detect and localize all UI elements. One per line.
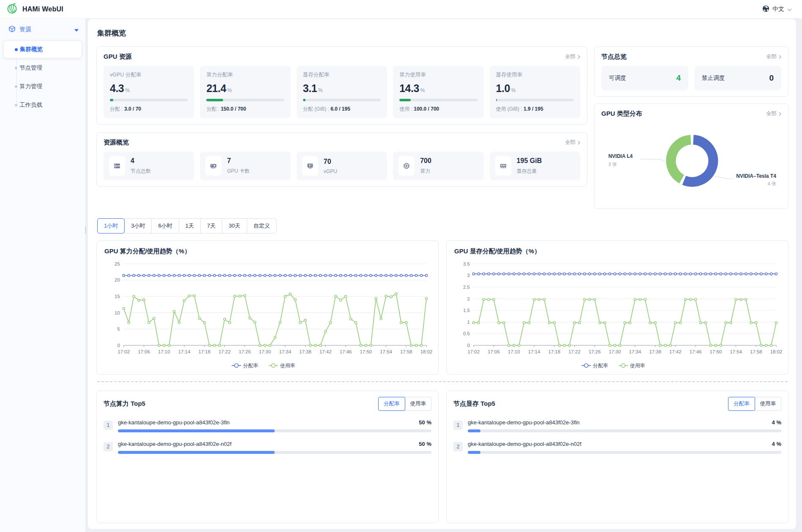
sidebar-item-link[interactable]: 节点管理	[3, 59, 82, 77]
svg-text:NVIDIA L4: NVIDIA L4	[608, 153, 633, 159]
overview-value: 4	[131, 157, 151, 165]
compute-trend-card: GPU 算力分配/使用趋势（%） 051015202517:0217:0617:…	[96, 240, 439, 375]
stat-label: 算力使用率	[399, 71, 477, 79]
stat-label: 显存分配率	[303, 71, 381, 79]
svg-text:17:50: 17:50	[360, 349, 372, 354]
svg-text:17:10: 17:10	[158, 349, 170, 354]
memory-icon	[495, 156, 511, 176]
svg-text:17:30: 17:30	[259, 349, 271, 354]
compute-top5-rows: 1gke-kantaloupe-demo-gpu-pool-a843f02e-3…	[104, 419, 431, 454]
stat-label: vGPU 分配率	[110, 71, 188, 79]
top5-row: 2gke-kantaloupe-demo-gpu-pool-a843f02e-n…	[104, 441, 431, 454]
resources-overview-title: 资源概览	[104, 138, 129, 147]
node-progress-track	[118, 429, 431, 432]
node-progress-track	[468, 429, 781, 432]
svg-text:使用率: 使用率	[280, 363, 295, 369]
svg-text:分配率: 分配率	[243, 363, 258, 369]
chevron-right-icon	[779, 112, 781, 116]
sidebar-section-resources[interactable]: 资源	[0, 19, 85, 40]
sidebar-item-label: 工作负载	[19, 101, 42, 109]
time-range-button[interactable]: 6小时	[151, 218, 179, 233]
svg-text:1.5: 1.5	[463, 308, 470, 313]
time-range-button[interactable]: 自定义	[247, 218, 277, 233]
svg-text:17:38: 17:38	[299, 349, 311, 354]
top5-toggle-button[interactable]: 分配率	[728, 397, 755, 411]
chevron-right-icon	[578, 141, 580, 145]
time-range-button[interactable]: 1天	[179, 218, 201, 233]
gpu-type-all-link[interactable]: 全部	[766, 110, 781, 117]
stat-detail: 使用 (GiB) : 1.9 / 195	[496, 106, 574, 113]
sidebar-item-active[interactable]: 集群概览	[3, 41, 82, 58]
rank-badge: 1	[104, 421, 113, 430]
stat-label: 算力分配率	[206, 71, 284, 79]
chevron-right-icon	[779, 55, 781, 59]
menu-dot-icon	[15, 104, 17, 106]
time-range-button[interactable]: 1小时	[97, 218, 125, 233]
top5-toggle-button[interactable]: 使用率	[755, 397, 782, 411]
nodes-overview-all-link[interactable]: 全部	[766, 53, 781, 60]
memory-top5-toggle: 分配率使用率	[728, 397, 781, 411]
svg-text:18:02: 18:02	[420, 349, 432, 354]
time-range-button[interactable]: 3小时	[124, 218, 152, 233]
stat-value: 14.3%	[399, 82, 477, 95]
svg-text:17:26: 17:26	[589, 349, 601, 354]
gpu-stat-card: 算力使用率14.3%使用 : 100.0 / 700	[393, 66, 483, 118]
svg-text:0: 0	[467, 343, 469, 348]
cube-icon	[8, 25, 16, 34]
svg-text:17:02: 17:02	[117, 349, 130, 354]
svg-text:3: 3	[467, 273, 469, 278]
sidebar-collapse-handle[interactable]	[85, 226, 86, 234]
stat-progress-track	[110, 99, 188, 101]
svg-text:17:22: 17:22	[568, 349, 581, 354]
svg-text:17:14: 17:14	[528, 349, 540, 354]
caret-down-icon	[74, 26, 79, 33]
language-selector[interactable]: 中文	[762, 5, 802, 14]
svg-text:25: 25	[115, 261, 120, 266]
svg-text:使用率: 使用率	[630, 363, 645, 369]
nodes-icon	[109, 156, 125, 176]
node-compute-top5-title: 节点算力 Top5	[104, 400, 145, 408]
stat-progress-fill	[206, 99, 223, 101]
node-progress-track	[118, 451, 431, 454]
svg-text:17:02: 17:02	[467, 349, 480, 354]
top5-toggle-button[interactable]: 分配率	[378, 397, 405, 411]
menu-dot-icon	[15, 85, 17, 88]
language-label: 中文	[772, 5, 784, 13]
top5-row: 1gke-kantaloupe-demo-gpu-pool-a843f02e-3…	[453, 419, 781, 432]
gpu-stat-card: vGPU 分配率4.3%分配 : 3.0 / 70	[104, 66, 194, 118]
time-range-button[interactable]: 30天	[222, 218, 247, 233]
hami-logo-icon	[7, 3, 18, 16]
gpu-type-title: GPU 类型分布	[601, 110, 642, 118]
svg-text:分配率: 分配率	[592, 363, 608, 369]
gpu-stat-card: 算力分配率21.4%分配 : 150.0 / 700	[200, 66, 290, 118]
top5-toggle-button[interactable]: 使用率	[405, 397, 432, 411]
node-progress-fill	[468, 451, 480, 454]
chevron-down-icon	[787, 6, 792, 13]
node-progress-fill	[468, 429, 480, 432]
schedulable-label: 可调度	[609, 74, 626, 82]
sidebar-item-link[interactable]: 算力管理	[3, 78, 82, 95]
stat-label: 显存使用率	[496, 71, 574, 79]
top-bar: HAMi WebUI 中文	[0, 0, 802, 19]
resources-overview-all-link[interactable]: 全部	[565, 139, 580, 146]
memory-top5-rows: 1gke-kantaloupe-demo-gpu-pool-a843f02e-3…	[453, 419, 781, 454]
overview-value: 70	[324, 158, 337, 166]
node-memory-top5-card: 节点显存 Top5 分配率使用率 1gke-kantaloupe-demo-gp…	[446, 391, 788, 523]
gpu-resources-all-link[interactable]: 全部	[565, 53, 580, 60]
svg-text:17:06: 17:06	[488, 349, 500, 354]
stat-unit: %	[227, 87, 232, 93]
time-range-button[interactable]: 7天	[200, 218, 222, 233]
stat-detail: 使用 : 100.0 / 700	[399, 106, 477, 113]
svg-text:2.5: 2.5	[463, 285, 470, 290]
stat-value: 4.3%	[110, 82, 188, 95]
unschedulable-box: 禁止调度 0	[694, 66, 781, 90]
stat-progress-track	[206, 99, 284, 101]
node-value: 50 %	[419, 441, 431, 447]
overview-value: 700	[420, 157, 431, 165]
svg-text:20: 20	[115, 278, 120, 283]
node-name: gke-kantaloupe-demo-gpu-pool-a843f02e-n0…	[468, 441, 581, 447]
sidebar-item-link[interactable]: 工作负载	[3, 96, 82, 114]
unschedulable-label: 禁止调度	[702, 74, 725, 82]
svg-text:17:42: 17:42	[669, 349, 682, 354]
overview-label: vGPU	[324, 168, 337, 174]
